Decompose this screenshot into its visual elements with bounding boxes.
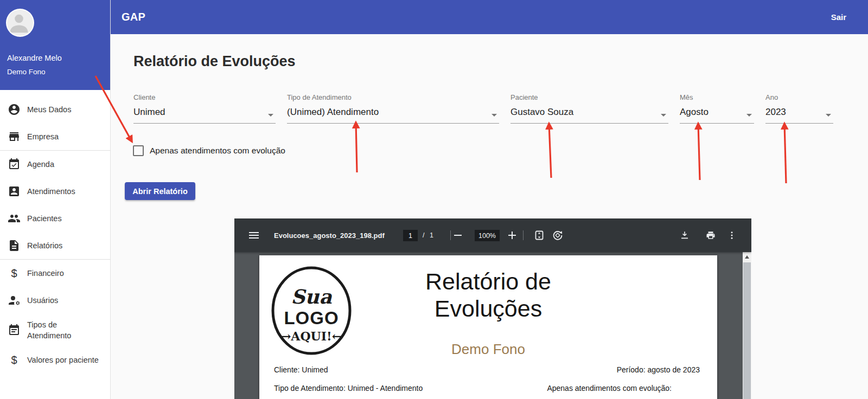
sidebar-item-relatorios[interactable]: Relatórios bbox=[0, 232, 110, 259]
sidebar-item-label: Pacientes bbox=[27, 213, 110, 224]
chevron-down-icon bbox=[268, 114, 273, 117]
store-icon bbox=[8, 130, 21, 143]
menu-icon[interactable] bbox=[248, 230, 259, 241]
scroll-up-button[interactable] bbox=[743, 252, 751, 261]
doc-subtitle: Demo Fono bbox=[259, 341, 717, 358]
tipo-atendimento-label: Tipo de Atendimento bbox=[287, 93, 499, 101]
page-separator: / bbox=[423, 231, 424, 239]
zoom-in-icon[interactable] bbox=[508, 231, 516, 240]
annotation-arrow-paciente bbox=[549, 124, 551, 178]
sidebar-item-label: Empresa bbox=[27, 131, 110, 142]
sidebar-item-label: Agenda bbox=[27, 159, 110, 170]
dollar-icon: $ bbox=[8, 353, 21, 366]
doc-title-line1: Relatório de bbox=[259, 268, 717, 295]
person-avatar-icon bbox=[7, 10, 31, 34]
user-name: Alexandre Melo bbox=[7, 54, 62, 62]
contact-box-icon bbox=[8, 185, 21, 198]
toolbar-divider bbox=[523, 230, 524, 240]
tipo-atendimento-value: (Unimed) Atendimento bbox=[287, 107, 499, 118]
sidebar-item-label: Valores por paciente bbox=[27, 355, 110, 365]
calendar-note-icon bbox=[8, 324, 21, 337]
doc-meta-tipo: Tipo de Atendimento: Unimed - Atendiment… bbox=[274, 384, 423, 392]
mes-label: Mês bbox=[680, 93, 754, 101]
sidebar-item-label: Usuários bbox=[27, 295, 110, 306]
user-gear-icon bbox=[8, 294, 21, 307]
pdf-page: Sua LOGO →AQUI!← Relatório de Evoluções … bbox=[259, 255, 717, 399]
account-circle-icon bbox=[8, 103, 21, 116]
sidebar: Alexandre Melo Demo Fono Meus Dados Empr… bbox=[0, 0, 111, 399]
filter-fields: Cliente Unimed Tipo de Atendimento (Unim… bbox=[133, 93, 833, 124]
annotation-arrow-mes bbox=[698, 124, 700, 180]
document-icon bbox=[8, 239, 21, 252]
sidebar-item-atendimentos[interactable]: Atendimentos bbox=[0, 178, 110, 205]
sidebar-item-financeiro[interactable]: $ Financeiro bbox=[0, 260, 110, 287]
cliente-value: Unimed bbox=[133, 107, 276, 118]
paciente-value: Gustavo Souza bbox=[510, 107, 668, 118]
page-total: 1 bbox=[430, 231, 433, 239]
scroll-up-icon bbox=[745, 255, 749, 259]
people-icon bbox=[8, 212, 21, 225]
zoom-level[interactable]: 100% bbox=[475, 230, 500, 241]
download-icon[interactable] bbox=[680, 230, 690, 240]
sidebar-item-tipos-de-atendimento[interactable]: Tipos de Atendimento bbox=[0, 314, 110, 346]
app-header: GAP Sair bbox=[110, 0, 868, 34]
logout-link[interactable]: Sair bbox=[831, 12, 846, 22]
doc-meta-row: Cliente: Unimed Período: agosto de 2023 bbox=[274, 365, 700, 374]
doc-meta-periodo: Período: agosto de 2023 bbox=[617, 365, 700, 374]
ano-select[interactable]: Ano 2023 bbox=[765, 93, 833, 124]
fit-page-icon[interactable] bbox=[534, 230, 545, 241]
sidebar-item-label: Tipos de Atendimento bbox=[27, 319, 84, 342]
toolbar-divider bbox=[450, 230, 451, 240]
zoom-out-icon[interactable] bbox=[454, 231, 462, 240]
print-icon[interactable] bbox=[706, 230, 716, 240]
sidebar-item-meus-dados[interactable]: Meus Dados bbox=[0, 96, 110, 123]
ano-value: 2023 bbox=[765, 107, 833, 118]
open-report-button[interactable]: Abrir Relatório bbox=[125, 182, 195, 200]
scrollbar-thumb[interactable] bbox=[743, 262, 751, 399]
sidebar-item-label: Atendimentos bbox=[27, 186, 110, 197]
calendar-check-icon bbox=[8, 158, 21, 171]
paciente-select[interactable]: Paciente Gustavo Souza bbox=[510, 93, 668, 124]
sidebar-item-empresa[interactable]: Empresa bbox=[0, 123, 110, 150]
cliente-label: Cliente bbox=[133, 93, 276, 101]
paciente-label: Paciente bbox=[510, 93, 668, 101]
sidebar-item-label: Financeiro bbox=[27, 268, 110, 279]
sidebar-item-pacientes[interactable]: Pacientes bbox=[0, 205, 110, 232]
page-number-input[interactable] bbox=[403, 230, 418, 241]
user-subtitle: Demo Fono bbox=[7, 68, 46, 76]
tipo-atendimento-select[interactable]: Tipo de Atendimento (Unimed) Atendimento bbox=[287, 93, 499, 124]
doc-title-line2: Evoluções bbox=[259, 295, 717, 322]
page-title: Relatório de Evoluções bbox=[133, 53, 296, 70]
sidebar-item-agenda[interactable]: Agenda bbox=[0, 151, 110, 178]
sidebar-item-label: Meus Dados bbox=[27, 104, 110, 115]
ano-label: Ano bbox=[765, 93, 833, 101]
doc-meta-row: Tipo de Atendimento: Unimed - Atendiment… bbox=[274, 384, 700, 392]
rotate-icon[interactable] bbox=[552, 230, 563, 241]
sidebar-item-label: Relatórios bbox=[27, 240, 110, 251]
evolucao-checkbox-row: Apenas atendimentos com evolução bbox=[133, 145, 285, 156]
app-brand: GAP bbox=[122, 11, 145, 23]
dollar-icon: $ bbox=[8, 267, 21, 280]
doc-meta-cliente: Cliente: Unimed bbox=[274, 365, 328, 374]
mes-value: Agosto bbox=[680, 107, 754, 118]
sidebar-item-usuarios[interactable]: Usuários bbox=[0, 287, 110, 314]
pdf-toolbar: Evolucoes_agosto_2023_198.pdf / 1 100% bbox=[234, 218, 751, 252]
sidebar-nav: Meus Dados Empresa Agenda Atendimentos bbox=[0, 96, 110, 374]
chevron-down-icon bbox=[661, 114, 666, 117]
doc-meta-apenas: Apenas atendimentos com evolução: bbox=[547, 384, 672, 392]
chevron-down-icon bbox=[826, 114, 831, 117]
annotation-arrow-tipo bbox=[356, 123, 357, 172]
pdf-scrollbar[interactable] bbox=[743, 252, 751, 399]
user-panel: Alexandre Melo Demo Fono bbox=[0, 0, 110, 90]
chevron-down-icon bbox=[492, 114, 497, 117]
more-options-icon[interactable] bbox=[727, 230, 737, 240]
pdf-viewer: Evolucoes_agosto_2023_198.pdf / 1 100% bbox=[234, 218, 751, 399]
cliente-select[interactable]: Cliente Unimed bbox=[133, 93, 276, 124]
evolucao-checkbox[interactable] bbox=[133, 145, 144, 156]
doc-title: Relatório de Evoluções bbox=[259, 268, 717, 323]
evolucao-checkbox-label: Apenas atendimentos com evolução bbox=[150, 146, 285, 156]
mes-select[interactable]: Mês Agosto bbox=[680, 93, 754, 124]
sidebar-item-valores-por-paciente[interactable]: $ Valores por paciente bbox=[0, 346, 110, 374]
pdf-filename: Evolucoes_agosto_2023_198.pdf bbox=[274, 231, 385, 240]
avatar bbox=[6, 9, 34, 37]
